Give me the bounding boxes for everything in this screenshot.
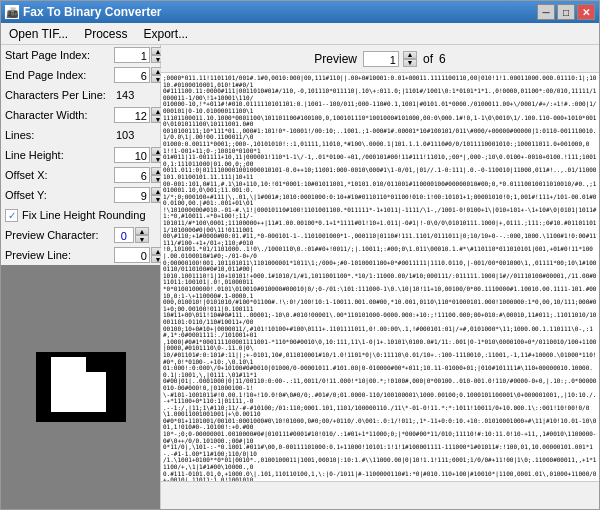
char-width-spinner[interactable]: 12 ▲ ▼ xyxy=(114,107,165,123)
offset-y-value: 9 xyxy=(114,187,150,203)
preview-line-value: 0 xyxy=(114,247,150,263)
app-icon: 📠 xyxy=(5,5,19,19)
title-bar-buttons: ─ □ ✕ xyxy=(537,4,595,20)
preview-char-value: 0 xyxy=(114,227,134,243)
char-width-label: Character Width: xyxy=(1,105,110,125)
end-page-row: End Page Index: 6 ▲ ▼ xyxy=(1,65,169,85)
menu-process[interactable]: Process xyxy=(76,25,135,43)
page-nav[interactable]: 1 ▲ ▼ xyxy=(363,51,417,67)
left-panel: Start Page Index: 1 ▲ ▼ End Page Index: xyxy=(1,45,161,509)
menu-export[interactable]: Export... xyxy=(136,25,197,43)
lines-row: Lines: 103 xyxy=(1,125,169,145)
offset-y-label: Offset Y: xyxy=(1,185,110,205)
preview-label: Preview xyxy=(314,52,357,66)
lines-value: 103 xyxy=(114,129,134,141)
offset-x-label: Offset X: xyxy=(1,165,110,185)
start-page-value: 1 xyxy=(114,47,150,63)
char-width-row: Character Width: 12 ▲ ▼ xyxy=(1,105,169,125)
preview-header: Preview 1 ▲ ▼ of 6 xyxy=(161,45,599,73)
end-page-label: End Page Index: xyxy=(1,65,110,85)
preview-char-spinner-btns: ▲ ▼ xyxy=(135,227,149,243)
page-up[interactable]: ▲ xyxy=(403,51,417,59)
content-area: Start Page Index: 1 ▲ ▼ End Page Index: xyxy=(1,45,599,509)
svg-rect-2 xyxy=(86,357,106,372)
total-pages-value: 6 xyxy=(439,52,446,66)
line-height-label: Line Height: xyxy=(1,145,110,165)
lines-label: Lines: xyxy=(1,125,110,145)
current-page-value: 1 xyxy=(363,51,399,67)
offset-x-row: Offset X: 6 ▲ ▼ xyxy=(1,165,169,185)
title-bar-left: 📠 Fax To Binary Converter xyxy=(5,5,161,19)
end-page-value: 6 xyxy=(114,67,150,83)
main-window: 📠 Fax To Binary Converter ─ □ ✕ Open TIF… xyxy=(0,0,600,510)
close-button[interactable]: ✕ xyxy=(577,4,595,20)
preview-line-spinner[interactable]: 0 ▲ ▼ xyxy=(114,247,165,263)
menu-bar: Open TIF... Process Export... xyxy=(1,23,599,45)
line-height-spinner[interactable]: 10 ▲ ▼ xyxy=(114,147,165,163)
binary-display: ;0000*011.11!1101101/001#.1#0,0010:000|0… xyxy=(161,73,599,481)
fix-line-height-label: Fix Line Height Rounding xyxy=(22,209,146,221)
line-height-value: 10 xyxy=(114,147,150,163)
bottom-strip xyxy=(161,481,599,509)
menu-open-tif[interactable]: Open TIF... xyxy=(1,25,76,43)
preview-svg xyxy=(31,347,131,427)
fix-line-height-container: ✓ Fix Line Height Rounding xyxy=(5,209,165,222)
character-preview-image xyxy=(16,337,146,437)
preview-line-row: Preview Line: 0 ▲ ▼ xyxy=(1,245,169,265)
preview-line-label: Preview Line: xyxy=(1,245,110,265)
title-bar: 📠 Fax To Binary Converter ─ □ ✕ xyxy=(1,1,599,23)
end-page-spinner[interactable]: 6 ▲ ▼ xyxy=(114,67,165,83)
right-panel: Preview 1 ▲ ▼ of 6 ;0000*011.11!1101101/… xyxy=(161,45,599,509)
fix-line-height-row: ✓ Fix Line Height Rounding xyxy=(1,205,169,225)
page-of-label: of xyxy=(423,52,433,66)
offset-y-spinner[interactable]: 9 ▲ ▼ xyxy=(114,187,165,203)
preview-char-down[interactable]: ▼ xyxy=(135,235,149,243)
offset-x-spinner[interactable]: 6 ▲ ▼ xyxy=(114,167,165,183)
page-down[interactable]: ▼ xyxy=(403,59,417,67)
start-page-label: Start Page Index: xyxy=(1,45,110,65)
preview-char-up[interactable]: ▲ xyxy=(135,227,149,235)
minimize-button[interactable]: ─ xyxy=(537,4,555,20)
page-spinner-btns: ▲ ▼ xyxy=(403,51,417,67)
chars-per-line-value: 143 xyxy=(114,89,134,101)
char-width-value: 12 xyxy=(114,107,150,123)
preview-char-row: Preview Character: 0 ▲ ▼ xyxy=(1,225,169,245)
window-title: Fax To Binary Converter xyxy=(23,5,161,19)
chars-per-line-label: Characters Per Line: xyxy=(1,85,110,105)
preview-char-spinner[interactable]: 0 ▲ ▼ xyxy=(114,227,165,243)
preview-char-label: Preview Character: xyxy=(1,225,110,245)
settings-table: Start Page Index: 1 ▲ ▼ End Page Index: xyxy=(1,45,169,265)
line-height-row: Line Height: 10 ▲ ▼ xyxy=(1,145,169,165)
fix-line-height-checkbox[interactable]: ✓ xyxy=(5,209,18,222)
offset-y-row: Offset Y: 9 ▲ ▼ xyxy=(1,185,169,205)
start-page-row: Start Page Index: 1 ▲ ▼ xyxy=(1,45,169,65)
start-page-spinner[interactable]: 1 ▲ ▼ xyxy=(114,47,165,63)
maximize-button[interactable]: □ xyxy=(557,4,575,20)
character-preview-area xyxy=(1,265,160,509)
offset-x-value: 6 xyxy=(114,167,150,183)
chars-per-line-row: Characters Per Line: 143 xyxy=(1,85,169,105)
